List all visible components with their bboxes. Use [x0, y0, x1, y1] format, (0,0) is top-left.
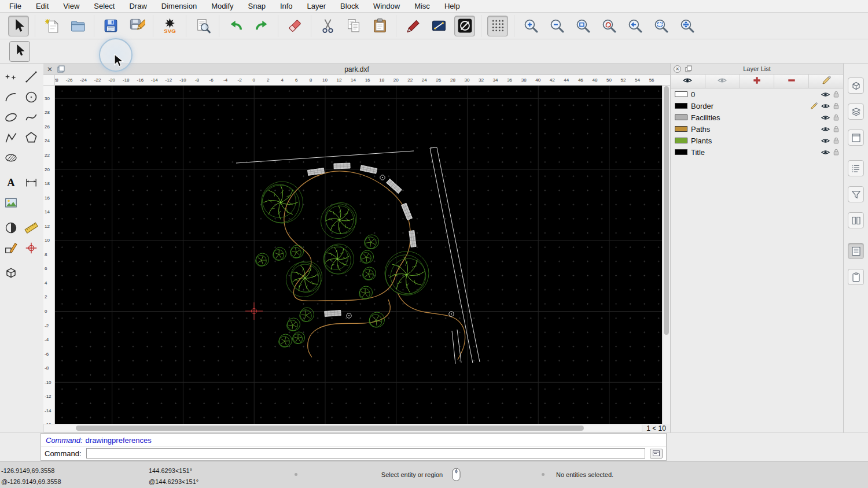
zoom-in-button[interactable] [520, 16, 541, 36]
vertical-scrollbar-thumb[interactable] [664, 86, 669, 335]
circle-tool-button[interactable] [21, 87, 41, 106]
save-button[interactable] [100, 16, 121, 36]
pick-tool-button[interactable] [21, 238, 41, 257]
layer-row-facilities[interactable]: Facilities [671, 112, 843, 123]
menu-info[interactable]: Info [280, 2, 293, 10]
layer-row-title[interactable]: Title [671, 146, 843, 158]
layer-visibility-icon[interactable] [821, 91, 830, 98]
dock-columns-button[interactable] [848, 212, 864, 228]
hide-all-layers-button[interactable] [705, 75, 740, 88]
layer-visibility-icon[interactable] [821, 114, 830, 121]
layer-visibility-icon[interactable] [821, 103, 830, 109]
save-as-button[interactable] [126, 16, 147, 36]
menu-file[interactable]: File [9, 2, 21, 10]
layer-lock-icon[interactable] [833, 91, 839, 98]
menu-view[interactable]: View [63, 2, 79, 10]
print-preview-button[interactable] [192, 16, 213, 36]
layer-lock-icon[interactable] [833, 125, 839, 132]
layer-lock-icon[interactable] [833, 137, 839, 144]
layer-visibility-icon[interactable] [821, 138, 830, 144]
show-all-layers-button[interactable] [671, 75, 705, 88]
layer-row-border[interactable]: Border [671, 100, 843, 112]
menu-misc[interactable]: Misc [414, 2, 430, 10]
menu-dimension[interactable]: Dimension [161, 2, 197, 10]
modify-layer-button[interactable] [809, 75, 843, 88]
menu-select[interactable]: Select [94, 2, 115, 10]
close-panel-icon[interactable]: ✕ [674, 65, 681, 73]
absolute-coordinates: -126.9149,69.3558 [1, 465, 148, 476]
ellipse-tool-button[interactable] [1, 108, 20, 127]
layer-lock-icon[interactable] [833, 149, 839, 156]
draft-mode-button[interactable] [454, 16, 475, 36]
new-button[interactable] [41, 16, 62, 36]
dock-doc-list-button[interactable] [848, 243, 864, 259]
copy-button[interactable] [343, 16, 364, 36]
image-tool-button[interactable] [1, 193, 20, 212]
remove-layer-button[interactable] [774, 75, 809, 88]
spline-tool-button[interactable] [21, 108, 41, 127]
horizontal-scrollbar[interactable] [43, 424, 642, 432]
select-pointer-button[interactable] [9, 41, 30, 62]
paste-button[interactable] [369, 16, 390, 36]
horizontal-scrollbar-thumb[interactable] [76, 426, 584, 431]
select-button[interactable] [8, 16, 29, 36]
export-svg-button[interactable]: SVG [159, 16, 180, 36]
dimension-tool-button[interactable] [21, 173, 41, 192]
dock-list-button[interactable] [848, 160, 864, 176]
layer-visibility-icon[interactable] [821, 149, 830, 156]
arc-tool-button[interactable] [1, 87, 20, 106]
menu-edit[interactable]: Edit [36, 2, 49, 10]
measure-tool-button[interactable] [21, 218, 41, 237]
fill-tool-button[interactable] [1, 218, 20, 237]
menu-block[interactable]: Block [340, 2, 359, 10]
menu-window[interactable]: Window [373, 2, 400, 10]
dock-layers-button[interactable] [848, 103, 864, 120]
menu-help[interactable]: Help [444, 2, 460, 10]
menu-layer[interactable]: Layer [307, 2, 326, 10]
command-options-button[interactable] [650, 449, 663, 459]
add-layer-button[interactable] [740, 75, 775, 88]
menu-modify[interactable]: Modify [211, 2, 233, 10]
pen-attributes-button[interactable] [402, 16, 423, 36]
point-tool-button[interactable] [1, 67, 20, 86]
h-ruler-label: -12 [165, 77, 172, 83]
open-button[interactable] [67, 16, 88, 36]
auto-zoom-button[interactable] [572, 16, 593, 36]
menu-draw[interactable]: Draw [129, 2, 146, 10]
layer-row-paths[interactable]: Paths [671, 123, 843, 135]
layer-row-0[interactable]: 0 [671, 88, 843, 100]
delete-button[interactable] [284, 16, 305, 36]
entity-attributes-button[interactable] [428, 16, 449, 36]
command-input[interactable] [86, 448, 645, 459]
drawing-canvas[interactable] [55, 86, 662, 424]
undo-button[interactable] [225, 16, 246, 36]
modify-tool-button[interactable] [1, 238, 20, 257]
dock-filter-button[interactable] [848, 186, 864, 202]
cut-button[interactable] [317, 16, 338, 36]
polygon-tool-button[interactable] [21, 128, 41, 147]
plus-icon [752, 76, 762, 87]
dock-cube-button[interactable] [848, 77, 864, 94]
redo-button[interactable] [251, 16, 272, 36]
polyline-tool-button[interactable] [1, 128, 20, 147]
previous-view-button[interactable] [624, 16, 645, 36]
menu-snap[interactable]: Snap [248, 2, 266, 10]
grid-button[interactable] [487, 16, 508, 36]
layer-visibility-icon[interactable] [821, 126, 830, 132]
layer-lock-icon[interactable] [833, 102, 839, 109]
text-tool-button[interactable]: A [1, 173, 20, 192]
zoom-pan-button[interactable] [676, 16, 697, 36]
dock-panel-button[interactable] [848, 130, 864, 146]
zoom-window-button[interactable] [650, 16, 671, 36]
layer-list-panel: ✕ Layer List 0BorderFacilitiesPathsPlant… [670, 64, 843, 432]
block-tool-button[interactable] [1, 263, 20, 282]
layer-lock-icon[interactable] [833, 114, 839, 121]
line-tool-button[interactable] [21, 67, 41, 86]
layer-row-plants[interactable]: Plants [671, 135, 843, 146]
vertical-scrollbar[interactable] [662, 86, 670, 424]
zoom-out-button[interactable] [546, 16, 567, 36]
h-ruler-label: -22 [94, 77, 101, 83]
hatch-tool-button[interactable] [1, 148, 20, 167]
dock-clipboard-button[interactable] [848, 269, 864, 285]
redraw-button[interactable] [598, 16, 619, 36]
